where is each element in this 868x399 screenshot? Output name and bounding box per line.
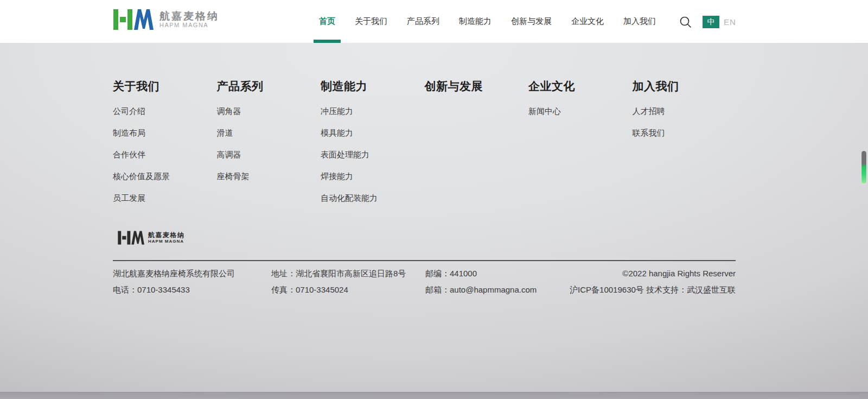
- footer-link[interactable]: 高调器: [217, 150, 241, 160]
- footer-link[interactable]: 制造布局: [113, 128, 145, 138]
- company-address: 地址：湖北省襄阳市高新区追日路8号: [271, 268, 406, 284]
- nav-label: 首页: [319, 16, 335, 27]
- nav-item-about[interactable]: 关于我们: [345, 0, 397, 43]
- language-switch: 中 EN: [703, 16, 736, 28]
- page: 航嘉麦格纳 HAPM MAGNA 首页 关于我们 产品系列 制造能力 创新与发展…: [0, 0, 868, 399]
- logo-text: 航嘉麦格纳 HAPM MAGNA: [159, 11, 219, 29]
- footer-link[interactable]: 核心价值及愿景: [113, 172, 170, 182]
- footer-link[interactable]: 联系我们: [633, 128, 665, 138]
- footer-link[interactable]: 调角器: [217, 106, 241, 117]
- footer-col-about: 关于我们 公司介绍 制造布局 合作伙伴 核心价值及愿景 员工发展: [113, 79, 217, 215]
- company-email: 邮箱：auto@hapmmagna.com: [425, 284, 537, 300]
- footer-link[interactable]: 员工发展: [113, 193, 145, 204]
- footer-col-culture: 企业文化 新闻中心: [528, 79, 633, 215]
- copyright-text: ©2022 hangjia Rights Reserver: [570, 268, 736, 284]
- scroll-indicator[interactable]: [861, 151, 866, 184]
- footer-col-title[interactable]: 产品系列: [217, 79, 321, 94]
- company-phone: 电话：0710-3345433: [113, 284, 235, 300]
- footer-col-manufacturing: 制造能力 冲压能力 模具能力 表面处理能力 焊接能力 自动化配装能力: [321, 79, 425, 215]
- nav-label: 关于我们: [355, 16, 387, 27]
- footer-sitemap: 关于我们 公司介绍 制造布局 合作伙伴 核心价值及愿景 员工发展 产品系列 调角…: [113, 79, 738, 215]
- lang-zh-button[interactable]: 中: [703, 16, 719, 28]
- footer-link[interactable]: 焊接能力: [321, 172, 353, 182]
- nav-label: 创新与发展: [511, 16, 552, 27]
- footer-col-join: 加入我们 人才招聘 联系我们: [633, 79, 737, 215]
- hm-logo-dark-icon: [117, 230, 144, 245]
- footer-col-title[interactable]: 制造能力: [321, 79, 425, 94]
- top-nav-bar: 航嘉麦格纳 HAPM MAGNA 首页 关于我们 产品系列 制造能力 创新与发展…: [0, 0, 868, 43]
- footer-info-contact: 邮编：441000 邮箱：auto@hapmmagna.com: [425, 268, 537, 300]
- footer-link[interactable]: 模具能力: [321, 128, 353, 138]
- footer-info-legal: ©2022 hangjia Rights Reserver 沪ICP备10019…: [570, 268, 736, 300]
- footer-col-products: 产品系列 调角器 滑道 高调器 座椅骨架: [217, 79, 321, 215]
- nav-label: 加入我们: [623, 16, 656, 27]
- nav-item-culture[interactable]: 企业文化: [561, 0, 614, 43]
- footer-link[interactable]: 人才招聘: [633, 106, 665, 117]
- active-underline: [314, 40, 341, 43]
- nav-item-innovation[interactable]: 创新与发展: [501, 0, 561, 43]
- nav-label: 制造能力: [459, 16, 492, 27]
- footer-divider: [113, 260, 736, 261]
- footer-col-title[interactable]: 关于我们: [113, 79, 217, 94]
- main-nav: 首页 关于我们 产品系列 制造能力 创新与发展 企业文化 加入我们: [309, 0, 666, 43]
- footer-col-title[interactable]: 创新与发展: [425, 79, 529, 94]
- search-icon[interactable]: [679, 15, 693, 29]
- footer-col-innovation: 创新与发展: [425, 79, 529, 215]
- footer-info-company: 湖北航嘉麦格纳座椅系统有限公司 电话：0710-3345433: [113, 268, 235, 300]
- footer-link[interactable]: 新闻中心: [528, 106, 561, 117]
- nav-item-manufacturing[interactable]: 制造能力: [449, 0, 501, 43]
- footer-logo-text: 航嘉麦格纳 HAPM MAGNA: [148, 232, 185, 244]
- footer-logo: 航嘉麦格纳 HAPM MAGNA: [117, 230, 185, 245]
- logo-en: HAPM MAGNA: [159, 22, 219, 28]
- nav-label: 企业文化: [571, 16, 604, 27]
- footer-logo-en: HAPM MAGNA: [148, 239, 185, 244]
- company-zip: 邮编：441000: [425, 268, 537, 284]
- footer-col-title[interactable]: 加入我们: [633, 79, 737, 94]
- logo-zh: 航嘉麦格纳: [159, 11, 219, 22]
- footer-link[interactable]: 滑道: [217, 128, 233, 138]
- footer-link[interactable]: 冲压能力: [321, 106, 353, 117]
- company-name: 湖北航嘉麦格纳座椅系统有限公司: [113, 268, 235, 284]
- nav-item-home[interactable]: 首页: [309, 0, 345, 43]
- page-bottom-edge: [0, 392, 868, 399]
- footer-link[interactable]: 自动化配装能力: [321, 193, 378, 204]
- footer-link[interactable]: 公司介绍: [113, 106, 145, 117]
- footer-link[interactable]: 座椅骨架: [217, 172, 250, 182]
- footer-link[interactable]: 合作伙伴: [113, 150, 145, 160]
- footer-link[interactable]: 表面处理能力: [321, 150, 369, 160]
- nav-item-join[interactable]: 加入我们: [614, 0, 666, 43]
- lang-en-button[interactable]: EN: [724, 17, 736, 27]
- footer-info-address: 地址：湖北省襄阳市高新区追日路8号 传真：0710-3345024: [271, 268, 406, 300]
- footer-logo-zh: 航嘉麦格纳: [148, 232, 185, 239]
- company-fax: 传真：0710-3345024: [271, 284, 406, 300]
- icp-text[interactable]: 沪ICP备10019630号 技术支持：武汉盛世互联: [570, 284, 736, 300]
- hm-logo-icon: [112, 8, 154, 31]
- nav-label: 产品系列: [407, 16, 439, 27]
- footer-col-title[interactable]: 企业文化: [528, 79, 633, 94]
- site-logo[interactable]: 航嘉麦格纳 HAPM MAGNA: [112, 8, 219, 31]
- nav-item-products[interactable]: 产品系列: [397, 0, 449, 43]
